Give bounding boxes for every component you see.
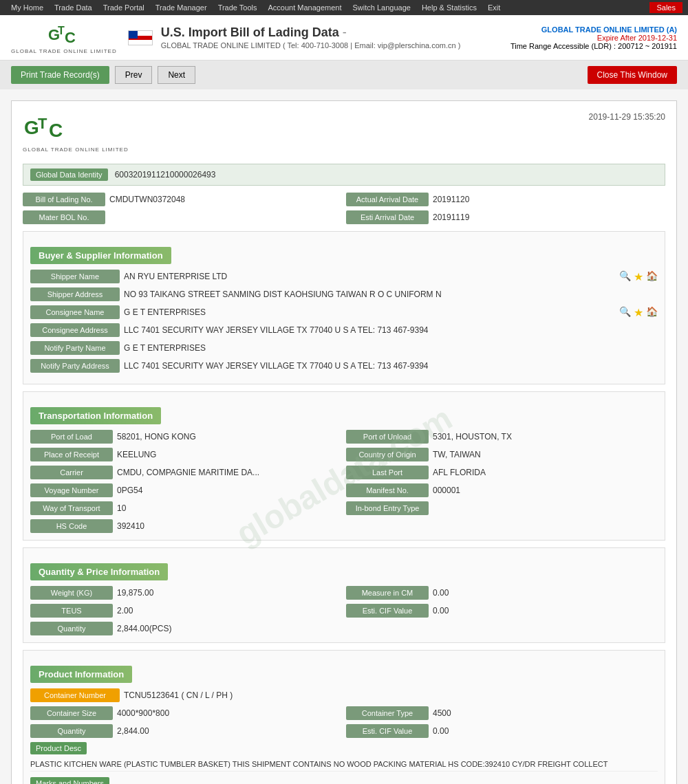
svg-text:T: T [58,25,65,36]
shipper-star-icon[interactable]: ★ [634,270,643,283]
port-of-unload-row: Port of Unload 5301, HOUSTON, TX [346,430,658,444]
product-header: Product Information [30,666,132,683]
container-size-label: Container Size [30,706,113,720]
country-of-origin-row: Country of Origin TW, TAIWAN [346,448,658,461]
port-of-load-value: 58201, HONG KONG [117,432,196,442]
master-bol-label: Mater BOL No. [23,210,105,224]
way-of-transport-label: Way of Transport [30,501,113,515]
container-size-row: Container Size 4000*900*800 [30,706,342,720]
record-logo: G T C GLOBAL TRADE ONLINE LIMITED [23,112,129,153]
notify-party-name-label: Notify Party Name [30,341,120,355]
header-company: GLOBAL TRADE ONLINE LIMITED ( Tel: 400-7… [161,41,510,50]
consignee-home-icon[interactable]: 🏠 [646,306,658,319]
consignee-star-icon[interactable]: ★ [634,306,643,319]
esti-arrival-label: Esti Arrival Date [346,210,429,224]
product-quantity-label: Quantity [30,724,113,738]
nav-exit[interactable]: Exit [482,0,506,15]
consignee-search-icon[interactable]: 🔍 [619,306,631,319]
header-title-block: U.S. Import Bill of Lading Data - GLOBAL… [161,25,510,50]
nav-help-statistics[interactable]: Help & Statistics [416,0,482,15]
consignee-address-label: Consignee Address [30,323,120,337]
shipper-name-label: Shipper Name [30,270,120,283]
hs-code-label: HS Code [30,519,113,533]
port-of-unload-value: 5301, HOUSTON, TX [433,432,512,442]
nav-my-home[interactable]: My Home [6,0,49,15]
top-action-bar: Print Trade Record(s) Prev Next Close Th… [0,61,688,89]
way-of-transport-value: 10 [117,503,126,513]
notify-party-address-label: Notify Party Address [30,359,120,373]
notify-party-address-value: LLC 7401 SECURITY WAY JERSEY VILLAGE TX … [124,361,658,371]
nav-trade-data[interactable]: Trade Data [49,0,98,15]
nav-trade-tools[interactable]: Trade Tools [213,0,263,15]
product-desc-value: PLASTIC KITCHEN WARE (PLASTIC TUMBLER BA… [30,757,658,772]
shipper-home-icon[interactable]: 🏠 [646,270,658,283]
flag-icon [128,30,153,45]
global-data-identity-label: Global Data Identity [30,168,108,181]
shipper-address-row: Shipper Address NO 93 TAIKANG STREET SAN… [30,287,658,301]
manifest-no-value: 000001 [433,486,460,495]
product-esti-cif-label: Esti. CIF Value [346,724,429,738]
manifest-no-row: Manifest No. 000001 [346,483,658,497]
hs-code-value: 392410 [117,521,144,531]
header-bar: G T C GLOBAL TRADE ONLINE LIMITED U.S. I… [0,15,688,61]
consignee-name-value: G E T ENTERPRISES [124,307,615,317]
global-data-identity-row: Global Data Identity 6003201911210000026… [23,164,665,186]
consignee-icons: 🔍 ★ 🏠 [619,306,658,319]
place-of-receipt-value: KEELUNG [117,450,156,459]
logo-subtitle: GLOBAL TRADE ONLINE LIMITED [11,48,117,54]
esti-cif-value: 0.00 [433,606,449,616]
esti-cif-row: Esti. CIF Value 0.00 [346,604,658,618]
consignee-name-row: Consignee Name G E T ENTERPRISES 🔍 ★ 🏠 [30,305,658,319]
svg-text:G: G [24,117,39,138]
inbond-entry-label: In-bond Entry Type [346,501,429,515]
nav-account-management[interactable]: Account Management [263,0,347,15]
hs-code-row: HS Code 392410 [30,519,342,533]
arrival-date-label: Actual Arrival Date [346,193,429,206]
record-logo-icon: G T C [23,112,78,146]
prev-button-top[interactable]: Prev [115,66,153,84]
page-title: U.S. Import Bill of Lading Data - [161,25,510,40]
transport-grid: Port of Load 58201, HONG KONG Port of Un… [30,430,658,533]
measure-label: Measure in CM [346,586,429,600]
nav-switch-language[interactable]: Switch Language [347,0,416,15]
container-size-value: 4000*900*800 [117,708,169,718]
arrival-date-row: Actual Arrival Date 20191120 [346,193,665,206]
last-port-value: AFL FLORIDA [433,468,486,477]
teus-label: TEUS [30,604,113,618]
marks-block: Marks and Numbers G.E.T. HOUSTON,TX C/NO… [30,772,658,784]
transportation-header: Transportation Information [30,407,161,424]
shipper-search-icon[interactable]: 🔍 [619,270,631,283]
notify-party-name-row: Notify Party Name G E T ENTERPRISES [30,341,658,355]
port-of-unload-label: Port of Unload [346,430,429,444]
teus-row: TEUS 2.00 [30,604,342,618]
next-button-top[interactable]: Next [158,66,195,84]
container-type-value: 4500 [433,708,451,718]
last-port-label: Last Port [346,466,429,479]
svg-text:C: C [49,120,63,141]
bol-no-row: Bill of Lading No. CMDUTWN0372048 [23,193,342,206]
measure-value: 0.00 [433,588,449,598]
record-card: globaldata.com G T C GLOBAL TRADE ONLINE… [11,100,677,784]
logo-icon: G T C [47,21,81,48]
consignee-address-row: Consignee Address LLC 7401 SECURITY WAY … [30,323,658,337]
port-of-load-row: Port of Load 58201, HONG KONG [30,430,342,444]
close-button-top[interactable]: Close This Window [588,66,677,84]
quantity-price-header: Quantity & Price Information [30,563,168,580]
quantity-grid: Weight (KG) 19,875.00 Measure in CM 0.00… [30,586,658,635]
shipper-address-value: NO 93 TAIKANG STREET SANMING DIST KAOHSI… [124,290,658,299]
product-quantity-row: Quantity 2,844.00 [30,724,342,738]
weight-label: Weight (KG) [30,586,113,600]
nav-trade-portal[interactable]: Trade Portal [98,0,150,15]
logo: G T C GLOBAL TRADE ONLINE LIMITED [11,21,117,54]
sales-button[interactable]: Sales [649,2,682,13]
place-of-receipt-row: Place of Receipt KEELUNG [30,448,342,461]
expire-date: Expire After 2019-12-31 [510,34,677,42]
product-esti-cif-value: 0.00 [433,726,449,736]
carrier-row: Carrier CMDU, COMPAGNIE MARITIME DA... [30,466,342,479]
shipper-name-row: Shipper Name AN RYU ENTERPRISE LTD 🔍 ★ 🏠 [30,270,658,283]
consignee-address-value: LLC 7401 SECURITY WAY JERSEY VILLAGE TX … [124,325,658,335]
print-button-top[interactable]: Print Trade Record(s) [11,66,109,84]
header-account-info: GLOBAL TRADE ONLINE LIMITED (A) Expire A… [510,25,677,50]
carrier-value: CMDU, COMPAGNIE MARITIME DA... [117,468,259,477]
nav-trade-manager[interactable]: Trade Manager [150,0,213,15]
